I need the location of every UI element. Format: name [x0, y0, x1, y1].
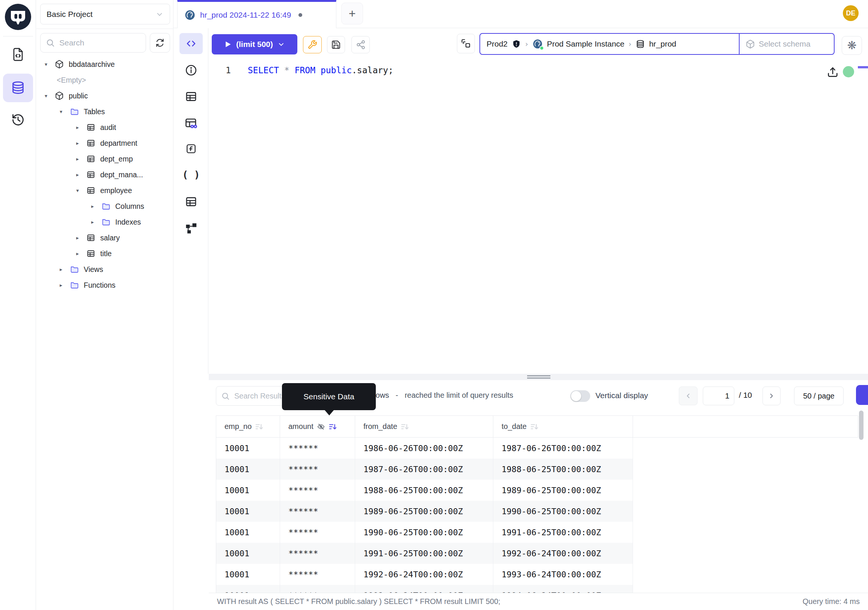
bytebase-logo[interactable]: [5, 4, 31, 30]
tree-item-salary[interactable]: ▸salary: [36, 230, 174, 246]
export-button[interactable]: [856, 385, 868, 405]
schema-diagram-icon: [185, 222, 197, 235]
app-rail: [0, 0, 36, 610]
table-row[interactable]: 10001******1992-06-24T00:00:00Z1993-06-2…: [216, 564, 858, 585]
page-number-input[interactable]: [703, 386, 734, 405]
worksheet-nav-button[interactable]: [3, 40, 33, 69]
sort-icon[interactable]: [530, 422, 538, 431]
tree-item-tables[interactable]: ▾Tables: [36, 104, 174, 120]
tree-item-label: Tables: [84, 107, 105, 116]
chevron-down-icon: [277, 40, 285, 48]
column-header-emp_no[interactable]: emp_no: [216, 416, 280, 437]
column-header-from_date[interactable]: from_date: [355, 416, 493, 437]
table-row[interactable]: 10001******1989-06-25T00:00:00Z1990-06-2…: [216, 501, 858, 522]
results-scrollbar[interactable]: [859, 411, 863, 440]
tree-item-functions[interactable]: ▸Functions: [36, 277, 174, 293]
table-cell: 10001: [216, 585, 280, 593]
schema-diagram-button[interactable]: [179, 221, 203, 236]
caret-right-icon: ▸: [76, 235, 86, 241]
editor-scrollbar-mark: [858, 66, 868, 68]
status-green-dot: [539, 46, 544, 50]
sort-icon[interactable]: [255, 422, 263, 431]
column-header-to_date[interactable]: to_date: [493, 416, 633, 437]
code-panel-toggle[interactable]: [180, 33, 203, 54]
connection-button[interactable]: [457, 34, 475, 53]
table-cell: 1993-06-24T00:00:00Z: [493, 564, 633, 585]
sql-token: SELECT: [248, 65, 279, 75]
column-header-amount[interactable]: amount: [280, 416, 355, 437]
tree-item-audit[interactable]: ▸audit: [36, 120, 174, 135]
table-row[interactable]: 10001******1990-06-25T00:00:00Z1991-06-2…: [216, 522, 858, 543]
refresh-icon: [155, 38, 165, 48]
tree-item-empty[interactable]: <Empty>: [36, 72, 174, 88]
avatar[interactable]: DE: [843, 5, 859, 21]
table-cell: 1988-06-25T00:00:00Z: [355, 480, 493, 501]
table-list-button[interactable]: [179, 89, 203, 104]
caret-right-icon: ▸: [91, 219, 101, 225]
function-button[interactable]: [179, 141, 203, 156]
tab-hr-prod[interactable]: hr_prod 2024-11-22 16:49: [177, 0, 336, 28]
parentheses-button[interactable]: ( ): [179, 167, 203, 182]
tree-item-label: <Empty>: [57, 76, 86, 84]
table-cell: [633, 438, 858, 459]
sort-icon[interactable]: [329, 422, 337, 431]
search-icon: [46, 38, 55, 47]
tree-item-indexes[interactable]: ▸Indexes: [36, 214, 174, 230]
tree-item-title[interactable]: ▸title: [36, 246, 174, 261]
table-cell: 10001: [216, 522, 280, 543]
upload-icon[interactable]: [826, 65, 839, 79]
table-row[interactable]: 10001******1991-06-25T00:00:00Z1992-06-2…: [216, 543, 858, 564]
refresh-button[interactable]: [150, 33, 170, 53]
table-icon: [86, 139, 95, 147]
tree-item-bbdataarchive[interactable]: ▾bbdataarchive: [36, 56, 174, 72]
sql-editor[interactable]: 1 SELECT * FROM public.salary;: [208, 56, 868, 374]
chevron-down-icon: [155, 10, 164, 19]
tree-item-label: bbdataarchive: [69, 60, 115, 69]
tree-item-employee[interactable]: ▾employee: [36, 183, 174, 198]
history-icon: [11, 113, 25, 127]
tree-item-views[interactable]: ▸Views: [36, 261, 174, 277]
data-search-button[interactable]: [179, 116, 203, 131]
tree-item-department[interactable]: ▸department: [36, 135, 174, 151]
ai-assistant-button[interactable]: ❋: [842, 36, 862, 55]
tree-item-dept-emp[interactable]: ▸dept_emp: [36, 151, 174, 167]
select-schema-button[interactable]: Select schema: [739, 34, 834, 54]
tree-item-columns[interactable]: ▸Columns: [36, 198, 174, 214]
save-button[interactable]: [327, 36, 345, 53]
table-detail-button[interactable]: [179, 194, 203, 209]
run-query-button[interactable]: (limit 500): [212, 34, 298, 54]
share-button[interactable]: [352, 36, 370, 53]
column-name: from_date: [363, 422, 397, 431]
sidebar-search[interactable]: [40, 33, 146, 53]
new-tab-button[interactable]: +: [341, 3, 363, 25]
table-cell: 1991-06-25T00:00:00Z: [355, 543, 493, 564]
table-cell: 10001: [216, 438, 280, 459]
database-nav-button[interactable]: [3, 74, 33, 102]
sidebar-search-input[interactable]: [59, 38, 140, 48]
chevron-right-icon: [768, 392, 775, 400]
table-icon: [185, 195, 197, 208]
table-row[interactable]: 10001******1986-06-26T00:00:00Z1987-06-2…: [216, 438, 858, 459]
panel-splitter[interactable]: [209, 374, 868, 380]
table-row[interactable]: 10001******1993-06-24T00:00:00Z1994-06-2…: [216, 585, 858, 593]
table-row[interactable]: 10001******1987-06-26T00:00:00Z1988-06-2…: [216, 459, 858, 480]
sheet-info-button[interactable]: [179, 63, 203, 78]
table-icon: [86, 186, 95, 195]
sql-token: [290, 65, 295, 75]
project-select[interactable]: Basic Project: [40, 4, 170, 25]
tree-item-dept-mana[interactable]: ▸dept_mana...: [36, 167, 174, 183]
history-nav-button[interactable]: [3, 106, 33, 134]
next-page-button[interactable]: [763, 386, 781, 405]
table-cell: ******: [280, 459, 355, 480]
vertical-display-toggle[interactable]: [570, 390, 590, 402]
tree-item-public[interactable]: ▾public: [36, 88, 174, 104]
sort-icon[interactable]: [401, 422, 409, 431]
prev-page-button[interactable]: [679, 386, 698, 405]
table-cell: 10001: [216, 564, 280, 585]
table-row[interactable]: 10001******1988-06-25T00:00:00Z1989-06-2…: [216, 480, 858, 501]
connection-breadcrumb[interactable]: Prod2 › Prod Sample Instance ›: [479, 33, 835, 55]
format-sql-button[interactable]: [303, 36, 322, 53]
folder-icon: [70, 107, 79, 116]
page-size-select[interactable]: 50 / page: [794, 386, 843, 405]
tooltip-arrow: [325, 410, 334, 416]
